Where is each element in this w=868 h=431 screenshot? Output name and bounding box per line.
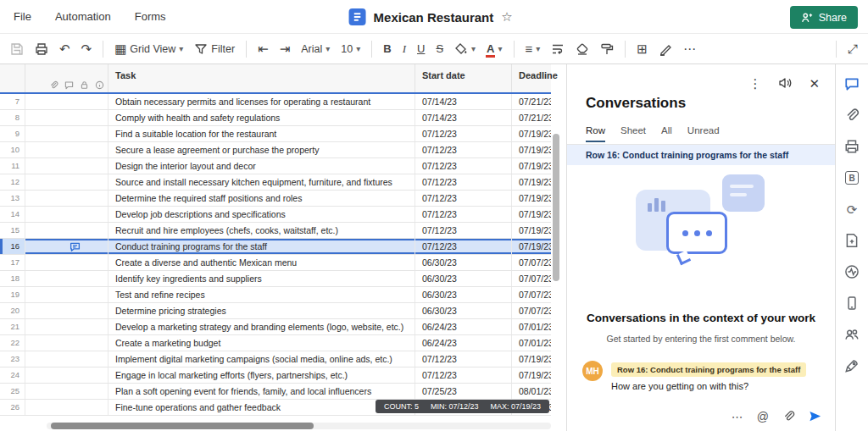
- table-row[interactable]: 12Source and install necessary kitchen e…: [0, 174, 551, 191]
- redo-button[interactable]: ↷: [81, 42, 92, 55]
- deadline-cell[interactable]: 07/01/23: [512, 335, 551, 351]
- row-indicator[interactable]: [25, 174, 108, 190]
- attachments-icon[interactable]: [843, 107, 860, 124]
- table-row[interactable]: 24Engage in local marketing efforts (fly…: [0, 367, 551, 384]
- task-cell[interactable]: Design the interior layout and decor: [108, 158, 415, 174]
- start-date-cell[interactable]: 07/12/23: [415, 126, 512, 141]
- row-indicator[interactable]: [25, 367, 108, 383]
- share-button[interactable]: Share: [790, 6, 858, 29]
- comment-column-icon[interactable]: [64, 80, 74, 90]
- align-button[interactable]: ≡ ▾: [526, 42, 541, 55]
- vertical-scrollbar[interactable]: [553, 94, 559, 419]
- update-requests-icon[interactable]: ⟳: [843, 201, 860, 218]
- start-date-cell[interactable]: 06/24/23: [415, 335, 512, 351]
- kebab-menu-icon[interactable]: ⋮: [748, 77, 761, 90]
- horizontal-scrollbar-thumb[interactable]: [51, 423, 314, 429]
- deadline-cell[interactable]: 07/19/23: [512, 142, 551, 157]
- deadline-cell[interactable]: 07/21/23: [512, 94, 551, 109]
- proofs-icon[interactable]: [843, 138, 860, 155]
- row-indicator[interactable]: [25, 335, 108, 351]
- row-indicator[interactable]: [25, 351, 108, 367]
- font-family-select[interactable]: Arial ▾: [301, 43, 330, 55]
- start-date-cell[interactable]: 07/12/23: [415, 351, 512, 367]
- row-indicator[interactable]: [25, 271, 108, 286]
- row-number[interactable]: 11: [0, 158, 25, 174]
- info-column-icon[interactable]: [95, 80, 104, 90]
- task-cell[interactable]: Find a suitable location for the restaur…: [108, 126, 415, 141]
- clear-format-button[interactable]: [576, 42, 589, 56]
- table-row[interactable]: 8Comply with health and safety regulatio…: [0, 110, 551, 126]
- task-cell[interactable]: Plan a soft opening event for friends, f…: [108, 384, 415, 399]
- highlight-button[interactable]: [659, 42, 672, 56]
- row-number[interactable]: 25: [0, 384, 25, 399]
- task-cell[interactable]: Fine-tune operations and gather feedback: [108, 400, 415, 415]
- deadline-cell[interactable]: 07/19/23: [512, 126, 551, 141]
- row-number[interactable]: 15: [0, 223, 25, 238]
- print-button[interactable]: [35, 42, 48, 56]
- row-number[interactable]: 19: [0, 287, 25, 302]
- conversations-icon[interactable]: [843, 75, 860, 92]
- bold-button[interactable]: B: [383, 42, 391, 55]
- expand-toolbar-button[interactable]: ⤢: [848, 42, 858, 55]
- row-indicator[interactable]: [25, 158, 108, 174]
- column-header-task[interactable]: Task: [108, 64, 415, 92]
- row-number[interactable]: 26: [0, 400, 25, 415]
- format-painter-button[interactable]: [600, 42, 614, 56]
- view-switcher[interactable]: ▦ Grid View ▾: [114, 42, 183, 55]
- task-cell[interactable]: Conduct training programs for the staff: [108, 239, 415, 254]
- italic-button[interactable]: I: [403, 42, 406, 56]
- row-indicator[interactable]: [25, 223, 108, 238]
- task-cell[interactable]: Determine the required staff positions a…: [108, 191, 415, 206]
- task-cell[interactable]: Create a diverse and authentic Mexican m…: [108, 255, 415, 270]
- tab-unread[interactable]: Unread: [687, 125, 720, 142]
- comment-row-quote[interactable]: Row 16: Conduct training programs for th…: [611, 362, 806, 377]
- table-row[interactable]: 23Implement digital marketing campaigns …: [0, 351, 551, 367]
- task-cell[interactable]: Comply with health and safety regulation…: [108, 110, 415, 125]
- deadline-cell[interactable]: 07/19/23: [512, 367, 551, 383]
- vertical-scrollbar-thumb[interactable]: [553, 134, 559, 281]
- fill-color-button[interactable]: ▾: [454, 42, 476, 56]
- row-number[interactable]: 12: [0, 174, 25, 190]
- row-indicator[interactable]: [25, 400, 108, 415]
- task-cell[interactable]: Develop a marketing strategy and brandin…: [108, 319, 415, 334]
- table-row[interactable]: 22Create a marketing budget06/24/2307/01…: [0, 335, 551, 351]
- row-number[interactable]: 16: [0, 239, 25, 254]
- row-indicator[interactable]: [25, 319, 108, 334]
- integrations-icon[interactable]: [843, 357, 860, 374]
- deadline-cell[interactable]: 07/19/23: [512, 239, 551, 254]
- mention-icon[interactable]: @: [757, 411, 769, 423]
- task-cell[interactable]: Test and refine recipes: [108, 287, 415, 302]
- outdent-button[interactable]: ⇤: [258, 42, 269, 55]
- row-number[interactable]: 21: [0, 319, 25, 334]
- tab-sheet[interactable]: Sheet: [620, 125, 646, 142]
- task-cell[interactable]: Obtain necessary permits and licenses fo…: [108, 94, 415, 109]
- column-header-start-date[interactable]: Start date: [415, 64, 512, 92]
- text-color-button[interactable]: A ▾: [487, 42, 502, 55]
- table-row[interactable]: 19Test and refine recipes06/30/2307/07/2…: [0, 287, 551, 303]
- start-date-cell[interactable]: 07/14/23: [415, 94, 512, 109]
- deadline-cell[interactable]: 07/19/23: [512, 207, 551, 222]
- table-row[interactable]: 7Obtain necessary permits and licenses f…: [0, 94, 551, 110]
- table-row[interactable]: 21Develop a marketing strategy and brand…: [0, 319, 551, 335]
- row-number[interactable]: 20: [0, 303, 25, 318]
- deadline-cell[interactable]: 07/21/23: [512, 110, 551, 125]
- deadline-cell[interactable]: 07/19/23: [512, 191, 551, 206]
- row-indicator[interactable]: [25, 94, 108, 109]
- start-date-cell[interactable]: 07/12/23: [415, 191, 512, 206]
- row-number[interactable]: 10: [0, 142, 25, 157]
- start-date-cell[interactable]: 07/25/23: [415, 384, 512, 399]
- table-row[interactable]: 16Conduct training programs for the staf…: [0, 239, 551, 255]
- task-cell[interactable]: Identify key ingredients and suppliers: [108, 271, 415, 286]
- start-date-cell[interactable]: 07/12/23: [415, 367, 512, 383]
- indent-button[interactable]: ⇥: [280, 42, 291, 55]
- horizontal-scrollbar[interactable]: [47, 423, 551, 429]
- row-number[interactable]: 8: [0, 110, 25, 125]
- row-number[interactable]: 13: [0, 191, 25, 206]
- table-row[interactable]: 11Design the interior layout and decor07…: [0, 158, 551, 174]
- publish-icon[interactable]: [843, 232, 860, 249]
- table-row[interactable]: 14Develop job descriptions and specifica…: [0, 207, 551, 223]
- row-indicator[interactable]: [25, 191, 108, 206]
- tab-all[interactable]: All: [661, 125, 672, 142]
- deadline-cell[interactable]: 07/07/23: [512, 271, 551, 286]
- save-button[interactable]: [10, 42, 24, 56]
